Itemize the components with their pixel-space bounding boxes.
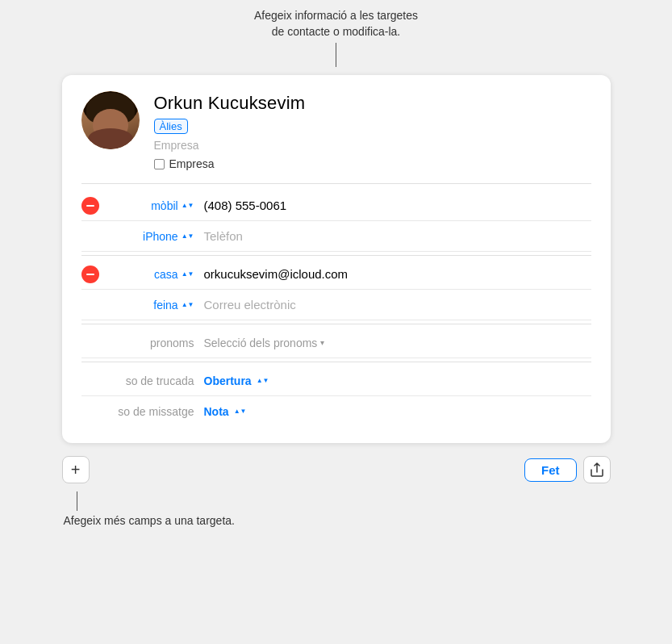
iphone-stepper[interactable]: ▲▼ [182,233,194,240]
casa-email-field-row: casa ▲▼ orkucuksevim@icloud.com [81,259,591,290]
casa-stepper[interactable]: ▲▼ [182,271,194,278]
message-tone-label-col: so de missatge [106,404,194,419]
feina-label-col: feina ▲▼ [106,299,194,312]
casa-label-col: casa ▲▼ [106,268,194,281]
company-row: Empresa [154,157,306,170]
done-button[interactable]: Fet [524,458,577,482]
company-placeholder: Empresa [154,139,306,152]
feina-label[interactable]: feina ▲▼ [106,299,194,312]
message-tone-stepper[interactable]: ▲▼ [234,408,247,415]
feina-email-field-row: feina ▲▼ Correu electrònic [81,290,591,320]
tooltip-bottom-text: Afegeix més camps a una targeta. [64,514,235,527]
company-checkbox[interactable] [154,159,165,169]
ringtone-value[interactable]: Obertura ▲▼ [194,374,591,387]
casa-value[interactable]: orkucuksevim@icloud.com [194,267,591,281]
message-tone-value[interactable]: Nota ▲▼ [194,405,591,418]
ringtone-label-col: so de trucada [106,374,194,388]
share-button[interactable] [583,456,611,483]
ringtone-stepper[interactable]: ▲▼ [257,378,269,384]
contact-card: Orkun Kucuksevim Àlies Empresa Empresa m… [62,75,611,443]
tooltip-top: Afegeix informació a les targetes de con… [254,8,418,67]
feina-label-text: feina [153,299,177,312]
group-divider-1 [81,255,591,256]
alias-badge[interactable]: Àlies [154,119,188,134]
pronoms-chevron-icon: ▾ [320,338,324,347]
feina-value[interactable]: Correu electrònic [194,298,591,312]
iphone-label[interactable]: iPhone ▲▼ [106,230,194,243]
company-label: Empresa [169,157,215,170]
ringtone-value-text: Obertura [204,374,252,387]
pronoms-dropdown[interactable]: Selecció dels pronoms ▾ [194,337,591,349]
add-field-button[interactable]: + [62,456,90,483]
mobile-label[interactable]: mòbil ▲▼ [106,199,194,212]
mobile-label-col: mòbil ▲▼ [106,199,194,212]
share-icon [591,462,603,477]
iphone-label-text: iPhone [143,230,178,243]
pronoms-label: pronoms [150,337,194,349]
pronoms-field-row: pronoms Selecció dels pronoms ▾ [81,328,591,358]
bottom-toolbar: + Fet [62,451,611,488]
ringtone-label: so de trucada [126,374,194,387]
contact-header: Orkun Kucuksevim Àlies Empresa Empresa [81,91,591,184]
casa-label-text: casa [154,268,178,281]
mobile-label-text: mòbil [151,199,177,212]
contact-fields: Orkun Kucuksevim Àlies Empresa Empresa [154,91,306,170]
iphone-field-row: iPhone ▲▼ Telèfon [81,221,591,252]
casa-label[interactable]: casa ▲▼ [106,268,194,281]
message-tone-value-text: Nota [204,405,229,418]
contact-name: Orkun Kucuksevim [154,93,306,114]
remove-mobile-button[interactable] [81,197,99,215]
tooltip-bottom: Afegeix més camps a una targeta. [62,491,611,527]
avatar [81,91,140,149]
toolbar-right: Fet [524,456,611,483]
mobile-stepper[interactable]: ▲▼ [182,203,194,209]
mobile-value[interactable]: (408) 555-0061 [194,199,591,212]
feina-stepper[interactable]: ▲▼ [182,302,194,308]
group-divider-2 [81,324,591,324]
message-tone-label: so de missatge [118,405,194,418]
fields-section: mòbil ▲▼ (408) 555-0061 iPhone ▲▼ Telèfo… [81,190,591,427]
ringtone-field-row: so de trucada Obertura ▲▼ [81,366,591,396]
mobile-field-row: mòbil ▲▼ (408) 555-0061 [81,190,591,221]
pronoms-label-col: pronoms [106,336,194,350]
iphone-label-col: iPhone ▲▼ [106,230,194,243]
tooltip-top-line1: Afegeix informació a les targetes [254,9,418,22]
remove-casa-button[interactable] [81,266,99,283]
group-divider-3 [81,362,591,362]
iphone-value[interactable]: Telèfon [194,229,591,243]
message-tone-field-row: so de missatge Nota ▲▼ [81,396,591,427]
tooltip-top-line2: de contacte o modifica-la. [272,25,401,38]
pronoms-placeholder: Selecció dels pronoms [204,337,318,349]
